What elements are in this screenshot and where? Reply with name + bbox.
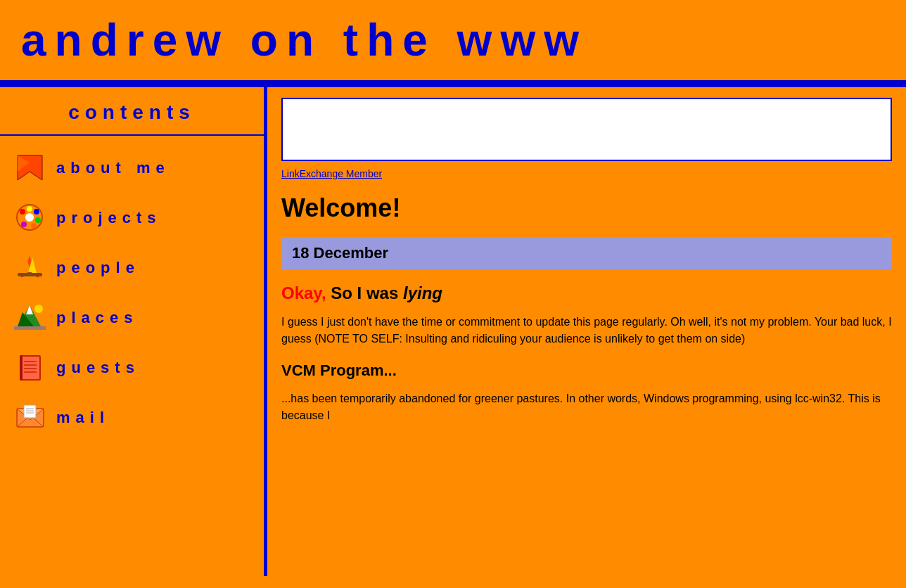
- sidebar-item-mail[interactable]: mail: [0, 392, 264, 442]
- date-text: 18 December: [292, 244, 388, 262]
- sidebar: contents about me: [0, 87, 267, 576]
- svg-point-5: [27, 206, 32, 212]
- vcm-heading: VCM Program...: [281, 362, 892, 380]
- projects-label: projects: [56, 209, 162, 227]
- people-icon: [11, 248, 49, 287]
- sidebar-title: contents: [68, 101, 196, 123]
- okay-text: Okay,: [281, 283, 326, 302]
- svg-point-19: [34, 305, 43, 313]
- sidebar-item-guests[interactable]: guests: [0, 343, 264, 392]
- svg-point-6: [34, 209, 39, 215]
- svg-point-4: [20, 209, 25, 215]
- palette-icon: [11, 198, 49, 237]
- about-me-label: about me: [56, 159, 170, 177]
- people-label: people: [56, 259, 140, 277]
- content-area: LinkExchange Member Welcome! 18 December…: [267, 87, 906, 576]
- vcm-body: ...has been temporarily abandoned for gr…: [281, 390, 892, 424]
- svg-rect-20: [14, 326, 46, 330]
- date-bar: 18 December: [281, 237, 892, 269]
- book-icon: [11, 348, 49, 387]
- mountain-icon: [11, 298, 49, 337]
- header: andrew on the www: [0, 0, 906, 84]
- sidebar-item-people[interactable]: people: [0, 243, 264, 293]
- sidebar-item-projects[interactable]: projects: [0, 193, 264, 243]
- main-layout: contents about me: [0, 84, 906, 576]
- svg-rect-33: [24, 405, 36, 418]
- sidebar-item-places[interactable]: places: [0, 293, 264, 343]
- places-label: places: [56, 309, 139, 327]
- svg-marker-18: [26, 305, 33, 314]
- sidebar-item-about-me[interactable]: about me: [0, 143, 264, 193]
- sidebar-header: contents: [0, 94, 264, 136]
- post-title-black: So I was: [326, 283, 403, 302]
- site-title: andrew on the www: [21, 14, 885, 66]
- post-title: Okay, So I was lying: [281, 283, 892, 303]
- banner-box: [281, 98, 892, 161]
- svg-point-9: [21, 222, 27, 227]
- svg-rect-27: [20, 355, 23, 381]
- svg-rect-22: [21, 357, 39, 379]
- welcome-heading: Welcome!: [281, 193, 892, 223]
- svg-point-8: [31, 223, 37, 229]
- bookmark-icon: [11, 148, 49, 187]
- mail-icon: [11, 398, 49, 437]
- lying-text: lying: [403, 283, 442, 302]
- mail-label: mail: [56, 409, 110, 427]
- svg-point-3: [25, 213, 34, 222]
- guests-label: guests: [56, 359, 140, 377]
- svg-point-7: [35, 217, 41, 223]
- post-body: I guess I just don't have the time or co…: [281, 314, 892, 347]
- link-exchange-link[interactable]: LinkExchange Member: [281, 168, 892, 179]
